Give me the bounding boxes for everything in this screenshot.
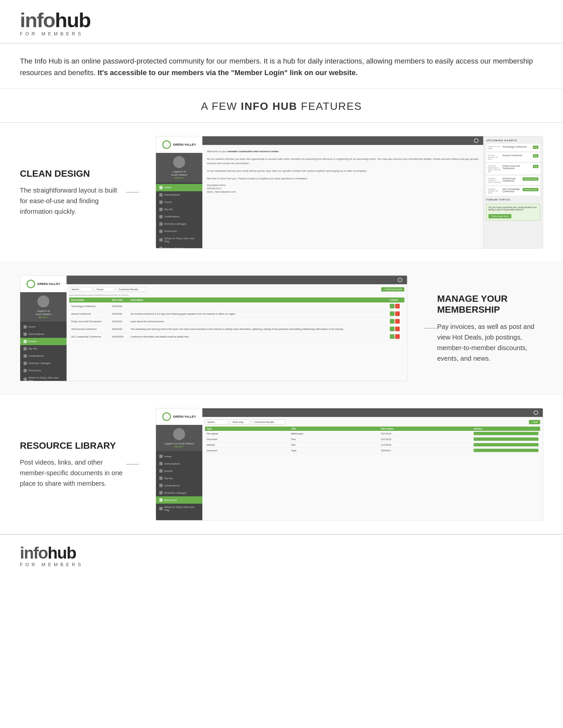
- mock-nav-certs-1[interactable]: Certifications: [156, 213, 202, 220]
- mock-nav-home-1[interactable]: Home: [156, 184, 202, 191]
- feature-clean-design: CLEAN DESIGN The straightforward layout …: [0, 123, 563, 262]
- mock-show-select-3[interactable]: Show only...: [230, 420, 250, 425]
- delete-btn-3[interactable]: [395, 319, 400, 324]
- mock-main-3: Search... Show only... Customize Results…: [202, 408, 543, 520]
- mock-res-add-btn-3[interactable]: +: [474, 443, 539, 446]
- mock-event-row5-name: 2017 Leadership Conference: [69, 333, 110, 341]
- mock-welcome-body-1: As our newest member you have this oppor…: [207, 157, 479, 166]
- mock-topbar-2: [67, 276, 407, 284]
- mock-logo-2: GREEN VALLEY: [20, 276, 67, 292]
- mock-event-reg-2[interactable]: Reg: [533, 154, 539, 158]
- mock-col-event-name: Event Name: [69, 297, 110, 302]
- mock-nav-myinfo-1[interactable]: My Info: [156, 206, 202, 213]
- mock-add-resource-btn-3[interactable]: + Add: [529, 420, 540, 424]
- mock-user-link-3[interactable]: My Info »: [159, 445, 200, 448]
- delete-btn-1[interactable]: [395, 304, 400, 308]
- edit-btn-1[interactable]: [390, 304, 395, 308]
- mock-nav-shop-2[interactable]: Where to Shop, Dine and Play: [20, 374, 67, 381]
- mock-user-area-3: Logged in as Susan Williams My Info »: [156, 425, 202, 451]
- mock-event-reg-3[interactable]: Reg: [533, 165, 539, 168]
- mock-event-date-1: Friday Oct 28, 2016: [488, 146, 501, 150]
- edit-btn-4[interactable]: [390, 327, 395, 331]
- mock-nav-certs-3[interactable]: Certifications: [156, 482, 202, 489]
- mock-event-btn-5[interactable]: Admitted: 0 DAYS: [523, 188, 539, 191]
- mock-content-1: Welcome to your member connection and re…: [202, 145, 483, 248]
- mock-add-event-btn-2[interactable]: + Add New Event: [381, 287, 404, 292]
- mock-res-row1-type: File upload: [205, 431, 290, 436]
- mock-customize-select-3[interactable]: Customize Results...: [252, 420, 285, 425]
- feature-resource-screenshot: GREEN VALLEY Logged in as Susan Williams…: [156, 408, 543, 521]
- mock-event-date-4: Tuesday, October 1, 2019, 8:00 AM: [488, 177, 501, 183]
- mock-nav-home-2[interactable]: Home: [20, 323, 67, 331]
- mock-event-row3-date: 9/10/2013: [110, 318, 128, 325]
- mock-res-row2-action: +: [472, 436, 540, 442]
- mock-event-name-4: 2018 Annual Conference: [502, 177, 521, 182]
- mock-nav-certs-2[interactable]: Certifications: [20, 352, 67, 360]
- mock-event-date-2: Sunday January 15, 2017: [488, 154, 501, 160]
- mock-logo-text-3: GREEN VALLEY: [173, 415, 196, 418]
- mock-nav-res-2[interactable]: Resources: [20, 367, 67, 374]
- mock-toolbar-3: Search... Show only... Customize Results…: [205, 420, 540, 425]
- mock-sidebar-3: GREEN VALLEY Logged in as Susan Williams…: [156, 408, 202, 520]
- mock-nav-shop-3[interactable]: Where to Shop, Dine and Play: [156, 504, 202, 514]
- events-icon-3: [159, 469, 163, 473]
- logo: infohub FOR MEMBERS: [20, 10, 90, 36]
- mock-event-btn-4[interactable]: Admitted: 0 DAYS: [523, 177, 539, 181]
- mock-res-add-btn-2[interactable]: +: [474, 437, 539, 441]
- mock-nav-myinfo-2[interactable]: My Info: [20, 345, 67, 352]
- dir-icon-1: [159, 222, 163, 226]
- features-prefix: A FEW: [201, 100, 241, 112]
- mock-col-date-added: Date Added: [379, 427, 472, 431]
- connector-3: [126, 464, 139, 465]
- mock-user-link-2[interactable]: My Info »: [23, 316, 64, 318]
- subs-icon-1: [159, 193, 163, 197]
- mock-nav-dir-1[interactable]: Directory Listing(s): [156, 220, 202, 228]
- mock-res-row2-title: Plan: [290, 436, 379, 442]
- mock-search-icon-3: [534, 410, 538, 415]
- mock-event-row2-date: 5/15/2016: [110, 310, 128, 318]
- delete-btn-5[interactable]: [395, 334, 400, 339]
- mock-res-row4-title: Topic: [290, 448, 379, 453]
- mock-nav-events-3[interactable]: Events: [156, 467, 202, 475]
- mock-customize-select-2[interactable]: Customize Results...: [116, 287, 146, 292]
- mock-search-input-3[interactable]: Search...: [205, 420, 228, 425]
- mock-nav-subs-2[interactable]: Subscriptions: [20, 331, 67, 338]
- mock-nav-dir-2[interactable]: Directory Listing(s): [20, 360, 67, 367]
- mock-col-type: Type: [205, 427, 290, 431]
- mock-event-row1-date: 2/20/2015: [110, 302, 128, 310]
- edit-btn-5[interactable]: [390, 334, 395, 339]
- mock-forum-btn-1[interactable]: Post a topic here: [489, 214, 511, 218]
- edit-btn-3[interactable]: [390, 319, 395, 324]
- mock-search-input-2[interactable]: Search...: [69, 287, 92, 292]
- mock-res-row2-type: Document: [205, 436, 290, 442]
- dir-icon-3: [159, 491, 163, 494]
- mock-col-res-actions: Actions: [472, 427, 540, 431]
- mock-nav-shop-1[interactable]: Where to Shop, Dine and Play: [156, 235, 202, 245]
- mock-forum-select-2[interactable]: Forum: [94, 287, 114, 292]
- mock-nav-subs-3[interactable]: Subscriptions: [156, 460, 202, 467]
- mock-nav-members-1[interactable]: Member Directory: [156, 245, 202, 249]
- mock-res-add-btn-1[interactable]: +: [474, 432, 539, 435]
- delete-btn-2[interactable]: [395, 311, 400, 316]
- edit-btn-2[interactable]: [390, 311, 395, 316]
- mock-nav-dir-3[interactable]: Directory Listing(s): [156, 489, 202, 496]
- mock-table-section-3: Search... Show only... Customize Results…: [202, 417, 543, 456]
- mock-event-name-3: Pretty Good Golf Tournament: [502, 165, 532, 169]
- mock-res-add-btn-4[interactable]: +: [474, 449, 539, 452]
- mock-nav-events-2[interactable]: Events: [20, 338, 67, 345]
- feature-resource-title: RESOURCE LIBRARY: [20, 440, 126, 451]
- mock-user-name-1: Logged in asSusan Williams: [159, 170, 200, 177]
- mock-nav-funds-1[interactable]: Funds: [156, 199, 202, 206]
- mock-nav-myinfo-3[interactable]: My Info: [156, 475, 202, 482]
- mock-nav-home-3[interactable]: Home: [156, 453, 202, 460]
- mock-user-link-1[interactable]: My Info »: [159, 177, 200, 179]
- mock-nav-res-1[interactable]: Resources: [156, 228, 202, 235]
- delete-btn-4[interactable]: [395, 327, 400, 331]
- intro-section: The Info Hub is an online password-prote…: [0, 44, 563, 89]
- mock-nav-res-3[interactable]: Resources: [156, 496, 202, 504]
- mock-event-reg-1[interactable]: Reg: [533, 146, 539, 149]
- mock-resource-table-3: Type Title Date Added Actions File uploa…: [205, 427, 540, 453]
- logo-wordmark: infohub: [20, 10, 90, 30]
- mock-nav-subs-1[interactable]: Subscriptions: [156, 191, 202, 199]
- mock-filter-info-2: Start Date/EndDate between 00/00/0000 an…: [69, 294, 404, 296]
